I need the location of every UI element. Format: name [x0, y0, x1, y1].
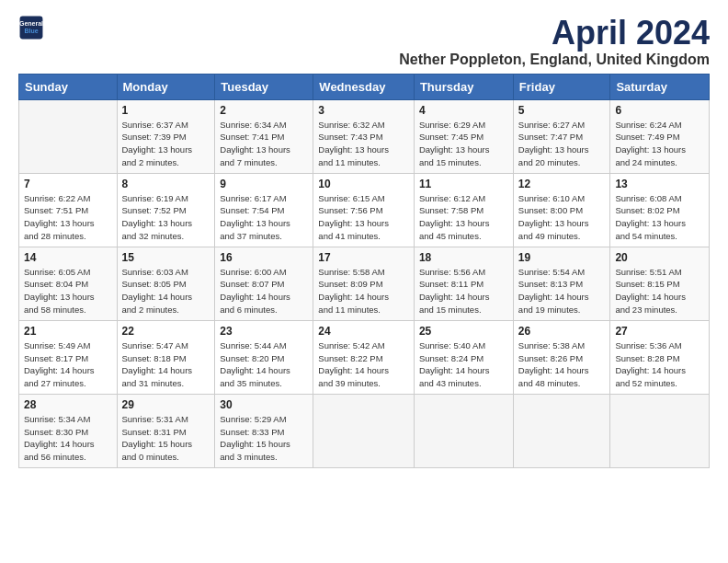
- calendar-cell: 4Sunrise: 6:29 AM Sunset: 7:45 PM Daylig…: [414, 99, 513, 173]
- day-number: 20: [615, 251, 704, 264]
- calendar-cell: 23Sunrise: 5:44 AM Sunset: 8:20 PM Dayli…: [215, 320, 313, 394]
- logo: General Blue: [18, 15, 44, 40]
- calendar-cell: 19Sunrise: 5:54 AM Sunset: 8:13 PM Dayli…: [513, 247, 610, 320]
- day-number: 25: [419, 325, 508, 338]
- calendar-cell: 9Sunrise: 6:17 AM Sunset: 7:54 PM Daylig…: [215, 173, 313, 247]
- calendar-week-2: 7Sunrise: 6:22 AM Sunset: 7:51 PM Daylig…: [19, 173, 710, 247]
- day-info: Sunrise: 6:17 AM Sunset: 7:54 PM Dayligh…: [220, 192, 308, 243]
- day-info: Sunrise: 5:42 AM Sunset: 8:22 PM Dayligh…: [318, 339, 409, 390]
- day-number: 9: [220, 178, 308, 190]
- day-number: 11: [419, 178, 508, 190]
- day-number: 1: [122, 104, 210, 117]
- day-info: Sunrise: 5:40 AM Sunset: 8:24 PM Dayligh…: [419, 339, 508, 390]
- month-title: April 2024: [399, 15, 710, 52]
- weekday-header-monday: Monday: [117, 74, 215, 99]
- calendar-cell: 20Sunrise: 5:51 AM Sunset: 8:15 PM Dayli…: [610, 247, 710, 320]
- calendar-cell: 28Sunrise: 5:34 AM Sunset: 8:30 PM Dayli…: [19, 394, 118, 467]
- day-info: Sunrise: 5:38 AM Sunset: 8:26 PM Dayligh…: [518, 339, 606, 390]
- location-subtitle: Nether Poppleton, England, United Kingdo…: [399, 52, 710, 68]
- calendar-cell: 2Sunrise: 6:34 AM Sunset: 7:41 PM Daylig…: [215, 99, 313, 173]
- calendar-cell: 7Sunrise: 6:22 AM Sunset: 7:51 PM Daylig…: [19, 173, 118, 247]
- calendar-week-5: 28Sunrise: 5:34 AM Sunset: 8:30 PM Dayli…: [19, 394, 710, 467]
- day-info: Sunrise: 6:10 AM Sunset: 8:00 PM Dayligh…: [518, 192, 606, 243]
- calendar-cell: 1Sunrise: 6:37 AM Sunset: 7:39 PM Daylig…: [117, 99, 215, 173]
- day-number: 17: [318, 251, 409, 264]
- calendar-cell: 6Sunrise: 6:24 AM Sunset: 7:49 PM Daylig…: [610, 99, 710, 173]
- calendar-week-1: 1Sunrise: 6:37 AM Sunset: 7:39 PM Daylig…: [19, 99, 710, 173]
- day-number: 16: [220, 251, 308, 264]
- logo-icon: General Blue: [18, 15, 44, 40]
- day-number: 29: [122, 398, 210, 411]
- day-number: 13: [615, 178, 704, 190]
- day-info: Sunrise: 6:03 AM Sunset: 8:05 PM Dayligh…: [122, 266, 210, 316]
- weekday-header-thursday: Thursday: [414, 74, 513, 99]
- calendar-cell: 5Sunrise: 6:27 AM Sunset: 7:47 PM Daylig…: [513, 99, 610, 173]
- day-number: 2: [220, 104, 308, 117]
- weekday-header-sunday: Sunday: [19, 74, 118, 99]
- day-info: Sunrise: 6:08 AM Sunset: 8:02 PM Dayligh…: [615, 192, 704, 243]
- calendar-cell: 25Sunrise: 5:40 AM Sunset: 8:24 PM Dayli…: [414, 320, 513, 394]
- weekday-header-saturday: Saturday: [610, 74, 710, 99]
- calendar-cell: [19, 99, 118, 173]
- day-number: 10: [318, 178, 409, 190]
- day-info: Sunrise: 6:19 AM Sunset: 7:52 PM Dayligh…: [122, 192, 210, 243]
- day-info: Sunrise: 5:56 AM Sunset: 8:11 PM Dayligh…: [419, 266, 508, 316]
- calendar-cell: 22Sunrise: 5:47 AM Sunset: 8:18 PM Dayli…: [117, 320, 215, 394]
- calendar-cell: 17Sunrise: 5:58 AM Sunset: 8:09 PM Dayli…: [313, 247, 415, 320]
- day-number: 26: [518, 325, 606, 338]
- weekday-header-friday: Friday: [513, 74, 610, 99]
- title-area: April 2024 Nether Poppleton, England, Un…: [399, 15, 710, 68]
- day-info: Sunrise: 5:29 AM Sunset: 8:33 PM Dayligh…: [220, 413, 308, 464]
- day-number: 5: [518, 104, 606, 117]
- calendar-cell: 27Sunrise: 5:36 AM Sunset: 8:28 PM Dayli…: [610, 320, 710, 394]
- calendar-cell: 13Sunrise: 6:08 AM Sunset: 8:02 PM Dayli…: [610, 173, 710, 247]
- day-info: Sunrise: 6:12 AM Sunset: 7:58 PM Dayligh…: [419, 192, 508, 243]
- day-info: Sunrise: 5:47 AM Sunset: 8:18 PM Dayligh…: [122, 339, 210, 390]
- calendar-cell: 15Sunrise: 6:03 AM Sunset: 8:05 PM Dayli…: [117, 247, 215, 320]
- day-number: 27: [615, 325, 704, 338]
- day-info: Sunrise: 5:34 AM Sunset: 8:30 PM Dayligh…: [24, 413, 112, 464]
- calendar-cell: 18Sunrise: 5:56 AM Sunset: 8:11 PM Dayli…: [414, 247, 513, 320]
- calendar-cell: 29Sunrise: 5:31 AM Sunset: 8:31 PM Dayli…: [117, 394, 215, 467]
- calendar-cell: 10Sunrise: 6:15 AM Sunset: 7:56 PM Dayli…: [313, 173, 415, 247]
- calendar-week-4: 21Sunrise: 5:49 AM Sunset: 8:17 PM Dayli…: [19, 320, 710, 394]
- calendar-week-3: 14Sunrise: 6:05 AM Sunset: 8:04 PM Dayli…: [19, 247, 710, 320]
- day-number: 23: [220, 325, 308, 338]
- day-number: 14: [24, 251, 112, 264]
- day-number: 21: [24, 325, 112, 338]
- calendar-cell: 30Sunrise: 5:29 AM Sunset: 8:33 PM Dayli…: [215, 394, 313, 467]
- day-number: 4: [419, 104, 508, 117]
- day-info: Sunrise: 5:49 AM Sunset: 8:17 PM Dayligh…: [24, 339, 112, 390]
- day-number: 7: [24, 178, 112, 190]
- day-number: 6: [615, 104, 704, 117]
- day-number: 28: [24, 398, 112, 411]
- day-info: Sunrise: 6:29 AM Sunset: 7:45 PM Dayligh…: [419, 119, 508, 169]
- day-number: 19: [518, 251, 606, 264]
- day-info: Sunrise: 5:44 AM Sunset: 8:20 PM Dayligh…: [220, 339, 308, 390]
- calendar-cell: 12Sunrise: 6:10 AM Sunset: 8:00 PM Dayli…: [513, 173, 610, 247]
- day-number: 8: [122, 178, 210, 190]
- calendar-cell: 8Sunrise: 6:19 AM Sunset: 7:52 PM Daylig…: [117, 173, 215, 247]
- day-info: Sunrise: 5:58 AM Sunset: 8:09 PM Dayligh…: [318, 266, 409, 316]
- header: General Blue April 2024 Nether Poppleton…: [18, 15, 710, 68]
- day-info: Sunrise: 6:37 AM Sunset: 7:39 PM Dayligh…: [122, 119, 210, 169]
- calendar-cell: 16Sunrise: 6:00 AM Sunset: 8:07 PM Dayli…: [215, 247, 313, 320]
- calendar-cell: 24Sunrise: 5:42 AM Sunset: 8:22 PM Dayli…: [313, 320, 415, 394]
- calendar-cell: [513, 394, 610, 467]
- calendar-cell: 3Sunrise: 6:32 AM Sunset: 7:43 PM Daylig…: [313, 99, 415, 173]
- svg-text:General: General: [19, 20, 43, 27]
- calendar-cell: 11Sunrise: 6:12 AM Sunset: 7:58 PM Dayli…: [414, 173, 513, 247]
- day-number: 24: [318, 325, 409, 338]
- weekday-header-tuesday: Tuesday: [215, 74, 313, 99]
- day-info: Sunrise: 5:36 AM Sunset: 8:28 PM Dayligh…: [615, 339, 704, 390]
- day-info: Sunrise: 6:00 AM Sunset: 8:07 PM Dayligh…: [220, 266, 308, 316]
- calendar-table: SundayMondayTuesdayWednesdayThursdayFrid…: [18, 74, 710, 468]
- day-number: 18: [419, 251, 508, 264]
- day-info: Sunrise: 6:32 AM Sunset: 7:43 PM Dayligh…: [318, 119, 409, 169]
- day-info: Sunrise: 6:34 AM Sunset: 7:41 PM Dayligh…: [220, 119, 308, 169]
- day-number: 15: [122, 251, 210, 264]
- day-number: 30: [220, 398, 308, 411]
- day-info: Sunrise: 6:27 AM Sunset: 7:47 PM Dayligh…: [518, 119, 606, 169]
- calendar-cell: [610, 394, 710, 467]
- day-number: 22: [122, 325, 210, 338]
